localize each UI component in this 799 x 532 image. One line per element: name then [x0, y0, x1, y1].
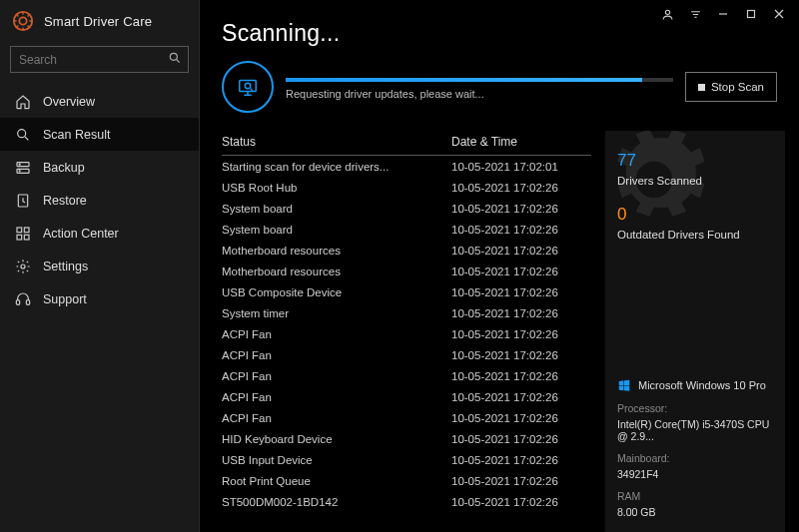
ram-key: RAM — [617, 490, 773, 502]
window-controls — [653, 4, 793, 24]
table-row[interactable]: USB Input Device10-05-2021 17:02:26 — [222, 449, 591, 470]
column-header-status[interactable]: Status — [222, 135, 451, 149]
table-row[interactable]: ST500DM002-1BD14210-05-2021 17:02:26 — [222, 491, 591, 512]
row-datetime: 10-05-2021 17:02:26 — [451, 266, 591, 277]
support-icon — [14, 290, 31, 307]
table-row[interactable]: System board10-05-2021 17:02:26 — [222, 198, 591, 219]
row-status: USB Root Hub — [222, 182, 451, 194]
action-center-icon — [14, 225, 31, 242]
sidebar-item-scan-result[interactable]: Scan Result — [0, 118, 199, 151]
table-row[interactable]: Motherboard resources10-05-2021 17:02:26 — [222, 261, 591, 281]
overview-icon — [14, 93, 31, 110]
svg-point-16 — [665, 10, 669, 14]
svg-rect-14 — [16, 299, 19, 304]
row-status: System timer — [222, 307, 451, 319]
row-status: ACPI Fan — [222, 349, 451, 361]
maximize-button[interactable] — [737, 4, 765, 24]
search-input[interactable] — [10, 46, 189, 73]
sidebar-item-backup[interactable]: Backup — [0, 151, 199, 184]
row-status: ACPI Fan — [222, 370, 451, 382]
row-status: ACPI Fan — [222, 328, 451, 340]
svg-rect-18 — [240, 81, 257, 92]
ram-value: 8.00 GB — [617, 506, 773, 518]
sidebar-item-settings[interactable]: Settings — [0, 250, 199, 282]
svg-rect-11 — [17, 235, 22, 240]
table-row[interactable]: Starting scan for device drivers...10-05… — [222, 156, 591, 177]
row-status: System board — [222, 203, 451, 215]
sidebar-item-label: Overview — [43, 95, 95, 109]
menu-icon[interactable] — [681, 4, 709, 24]
table-row[interactable]: Motherboard resources10-05-2021 17:02:26 — [222, 240, 591, 261]
drivers-scanned-label: Drivers Scanned — [617, 175, 773, 187]
sidebar-item-overview[interactable]: Overview — [0, 85, 199, 118]
app-title: Smart Driver Care — [0, 0, 199, 46]
row-status: ACPI Fan — [222, 412, 451, 424]
sidebar-item-label: Scan Result — [43, 128, 110, 142]
sidebar-item-label: Action Center — [43, 227, 119, 241]
svg-point-6 — [19, 164, 20, 165]
svg-point-2 — [170, 53, 177, 60]
outdated-label: Outdated Drivers Found — [617, 229, 773, 241]
table-row[interactable]: ACPI Fan10-05-2021 17:02:26 — [222, 365, 591, 386]
page-title: Scanning... — [222, 20, 777, 47]
row-status: USB Composite Device — [222, 286, 451, 298]
row-datetime: 10-05-2021 17:02:01 — [451, 161, 591, 173]
row-status: Motherboard resources — [222, 266, 451, 277]
stop-scan-button[interactable]: Stop Scan — [685, 72, 777, 102]
row-datetime: 10-05-2021 17:02:26 — [451, 203, 591, 215]
svg-point-13 — [21, 265, 25, 268]
table-row[interactable]: System board10-05-2021 17:02:26 — [222, 219, 591, 240]
table-row[interactable]: USB Composite Device10-05-2021 17:02:26 — [222, 281, 591, 302]
svg-rect-17 — [748, 11, 755, 18]
minimize-button[interactable] — [709, 4, 737, 24]
restore-icon — [14, 192, 31, 209]
user-icon[interactable] — [653, 4, 681, 24]
search-icon[interactable] — [168, 51, 182, 65]
table-row[interactable]: HID Keyboard Device10-05-2021 17:02:26 — [222, 428, 591, 449]
sidebar-item-action-center[interactable]: Action Center — [0, 217, 199, 250]
scan-log-body[interactable]: Starting scan for device drivers...10-05… — [222, 156, 591, 532]
table-row[interactable]: ACPI Fan10-05-2021 17:02:26 — [222, 407, 591, 428]
row-datetime: 10-05-2021 17:02:26 — [451, 370, 591, 382]
close-button[interactable] — [765, 4, 793, 24]
scan-log-table: Status Date & Time Starting scan for dev… — [222, 131, 591, 532]
nav-list: OverviewScan ResultBackupRestoreAction C… — [0, 85, 199, 315]
outdated-count: 0 — [617, 205, 773, 225]
table-row[interactable]: USB Root Hub10-05-2021 17:02:26 — [222, 177, 591, 198]
windows-icon — [617, 378, 631, 392]
backup-icon — [14, 159, 31, 176]
svg-point-1 — [19, 17, 26, 24]
table-row[interactable]: ACPI Fan10-05-2021 17:02:26 — [222, 323, 591, 344]
row-datetime: 10-05-2021 17:02:26 — [451, 349, 591, 361]
svg-point-19 — [245, 83, 251, 89]
svg-rect-12 — [24, 235, 29, 240]
progress-bar — [286, 78, 673, 82]
table-row[interactable]: ACPI Fan10-05-2021 17:02:26 — [222, 344, 591, 365]
sidebar-item-support[interactable]: Support — [0, 282, 199, 315]
settings-icon — [14, 258, 31, 274]
scan-result-icon — [14, 126, 31, 143]
row-datetime: 10-05-2021 17:02:26 — [451, 182, 591, 194]
row-status: Starting scan for device drivers... — [222, 161, 451, 173]
sidebar-item-label: Settings — [43, 260, 88, 273]
drivers-scanned-count: 77 — [617, 151, 773, 171]
column-header-datetime[interactable]: Date & Time — [451, 135, 591, 149]
row-status: USB Input Device — [222, 454, 451, 466]
row-status: ACPI Fan — [222, 391, 451, 403]
table-row[interactable]: Root Print Queue10-05-2021 17:02:26 — [222, 470, 591, 491]
svg-rect-9 — [17, 228, 22, 233]
row-datetime: 10-05-2021 17:02:26 — [451, 245, 591, 257]
svg-point-3 — [17, 129, 25, 137]
row-datetime: 10-05-2021 17:02:26 — [451, 454, 591, 466]
row-status: Root Print Queue — [222, 475, 451, 487]
sidebar-item-restore[interactable]: Restore — [0, 184, 199, 217]
mainboard-value: 34921F4 — [617, 468, 773, 480]
row-datetime: 10-05-2021 17:02:26 — [451, 433, 591, 445]
svg-rect-10 — [24, 228, 29, 233]
table-row[interactable]: System timer10-05-2021 17:02:26 — [222, 302, 591, 323]
app-title-text: Smart Driver Care — [44, 14, 152, 29]
stats-panel: 77 Drivers Scanned 0 Outdated Drivers Fo… — [605, 131, 785, 532]
processor-value: Intel(R) Core(TM) i5-3470S CPU @ 2.9... — [617, 418, 773, 442]
scan-badge-icon — [222, 61, 274, 113]
table-row[interactable]: ACPI Fan10-05-2021 17:02:26 — [222, 386, 591, 407]
